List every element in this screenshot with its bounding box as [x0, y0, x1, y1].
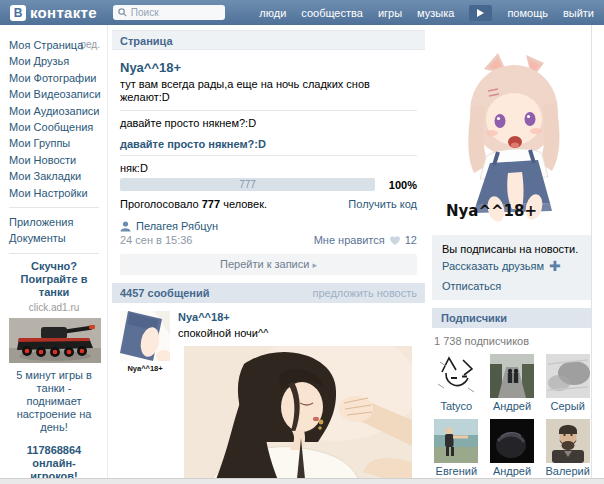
nav-help[interactable]: помощь [507, 7, 548, 19]
audio-player-button[interactable] [469, 5, 492, 21]
nav-music[interactable]: музыка [417, 7, 454, 19]
subscriber-avatar-image[interactable] [434, 419, 478, 463]
top-navigation: люди сообщества игры музыка помощь выйти [259, 5, 594, 21]
sidebar-item-settings[interactable]: Мои Настройки [9, 185, 107, 201]
subscriber-avatar-image[interactable] [546, 419, 590, 463]
post-meta-row: 24 сен в 15:36 Мне нравится 12 [120, 234, 417, 247]
play-icon [477, 9, 484, 17]
sidebar-item-groups[interactable]: Мои Группы [9, 135, 107, 151]
sidebar-item-documents[interactable]: Документы [9, 230, 107, 246]
sidebar-item-videos[interactable]: Мои Видеозаписи [9, 86, 107, 102]
sidebar-item-my-page[interactable]: ред. Моя Страница [9, 37, 107, 53]
subscriber-name[interactable]: Евгений [433, 465, 480, 477]
vk-logo-text: контакте [30, 4, 97, 21]
divider [120, 110, 417, 111]
nav-games[interactable]: игры [378, 7, 402, 19]
subscriber-avatar-image[interactable] [434, 354, 478, 398]
subscribed-text: Вы подписаны на новости. [442, 243, 582, 255]
sidebar-item-bookmarks[interactable]: Мои Закладки [9, 168, 107, 184]
person-icon [120, 221, 131, 232]
suggest-news-link[interactable]: предложить новость [312, 283, 417, 303]
goto-post-button[interactable]: Перейти к записи ▸ [120, 254, 417, 275]
poll-question: давайте просто някнем?:D [120, 138, 417, 156]
poll-voted-text: Проголосовало 777 человек. [120, 198, 267, 211]
poll-option-label: няк:D [120, 162, 417, 175]
subscriber-name[interactable]: Андрей [489, 465, 536, 477]
page-content: Nya^^18+ тут вам всегда рады,а еще на но… [112, 50, 425, 275]
vk-logo[interactable]: В контакте [10, 4, 97, 21]
post-avatar[interactable]: Nya^^18+ [120, 311, 170, 484]
page-section-header: Страница [112, 30, 425, 50]
sidebar-item-friends[interactable]: Мои Друзья [9, 53, 107, 69]
post-author-link[interactable]: Nya^^18+ [178, 311, 230, 323]
poll-voted-row: Проголосовало 777 человек. Получить код [120, 198, 417, 211]
poll-voted-count: 777 [202, 198, 220, 210]
vk-logo-icon: В [10, 5, 26, 21]
nav-logout[interactable]: выйти [563, 7, 594, 19]
right-column: Nya^^18+ Вы подписаны на новости. Расска… [432, 25, 592, 477]
subscriber-card: Валерий [544, 419, 591, 477]
svg-text:Nya^^18+: Nya^^18+ [446, 202, 537, 220]
subscribers-count: 1 738 подписчиков [434, 335, 592, 347]
community-description: тут вам всегда рады,а еще на ночь сладки… [120, 78, 417, 104]
ad-tank-image[interactable] [9, 318, 101, 363]
nav-people[interactable]: люди [259, 7, 286, 19]
bottom-scrollbar-strip[interactable] [0, 478, 604, 484]
post-attached-image[interactable] [184, 346, 412, 484]
post-text: спокойной ночи^^ [178, 327, 417, 340]
post-date: 24 сен в 15:36 [120, 234, 192, 247]
sidebar-item-apps[interactable]: Приложения [9, 214, 107, 230]
tell-friends-row: Рассказать друзьям ✚ [442, 260, 582, 272]
page-right-edge [591, 25, 592, 478]
subscription-box: Вы подписаны на новости. Рассказать друз… [432, 235, 592, 300]
sidebar-item-photos[interactable]: Мои Фотографии [9, 70, 107, 86]
search-icon [118, 8, 127, 17]
subscriber-avatar-image[interactable] [490, 354, 534, 398]
post-avatar-image [120, 311, 170, 361]
tell-friends-link[interactable]: Рассказать друзьям [442, 260, 544, 272]
search-input[interactable] [131, 7, 215, 18]
get-code-link[interactable]: Получить код [348, 198, 417, 211]
wall-post: Nya^^18+ Nya^^18+ спокойной ночи^^ [112, 303, 425, 484]
community-status: давайте просто някнем?:D [120, 117, 417, 130]
subscriber-avatar-image[interactable] [546, 354, 590, 398]
subscriber-card: Евгений [433, 419, 480, 477]
chevron-right-icon: ▸ [312, 260, 317, 270]
subscriber-avatar-image[interactable] [490, 419, 534, 463]
sidebar-item-messages[interactable]: Мои Сообщения [9, 119, 107, 135]
wall-header: 4457 сообщений предложить новость [112, 283, 425, 303]
poll-percent: 100% [381, 179, 417, 191]
ad-tanks-text[interactable]: 5 минут игры в танки - поднимает настрое… [9, 369, 99, 434]
search-box[interactable] [113, 5, 225, 20]
poll-result-bar[interactable]: 777 [120, 178, 375, 191]
post-body: Nya^^18+ спокойной ночи^^ [178, 311, 417, 484]
subscribers-header: Подписчики [432, 308, 592, 328]
subscriber-name[interactable]: Валерий [544, 465, 591, 477]
plus-icon: ✚ [549, 261, 561, 271]
top-header: В контакте люди сообщества игры музыка п… [0, 0, 604, 25]
ad-tanks-title[interactable]: Скучно? Поиграйте в танки [9, 260, 99, 299]
like-button[interactable]: Мне нравится 12 [314, 234, 417, 247]
poll-result-row: 777 100% [120, 178, 417, 191]
unsubscribe-link[interactable]: Отписаться [442, 280, 501, 292]
subscriber-name[interactable]: Серый [544, 400, 591, 412]
messages-count: 4457 сообщений [120, 283, 209, 303]
subscriber-card: Tatyco [433, 354, 480, 412]
ads-block: Скучно? Поиграйте в танки click.ad1.ru 5… [9, 260, 107, 484]
subscriber-name[interactable]: Андрей [489, 400, 536, 412]
subscriber-card: Андрей [489, 354, 536, 412]
main-column: Страница Nya^^18+ тут вам всегда рады,а … [112, 30, 425, 484]
edit-page-link[interactable]: ред. [80, 37, 100, 53]
subscriber-card: Андрей [489, 419, 536, 477]
sidebar-divider [9, 253, 99, 254]
subscribers-grid: Tatyco Андрей Серый [432, 354, 592, 477]
unsubscribe-row: Отписаться [442, 280, 582, 292]
nav-communities[interactable]: сообщества [301, 7, 363, 19]
poll-author-link[interactable]: Пелагея Рябцун [136, 220, 218, 233]
community-avatar-image[interactable]: Nya^^18+ [432, 45, 592, 223]
sidebar-item-news[interactable]: Мои Новости [9, 152, 107, 168]
sidebar-item-audios[interactable]: Мои Аудиозаписи [9, 103, 107, 119]
subscriber-name[interactable]: Tatyco [433, 400, 480, 412]
sidebar-divider [9, 207, 99, 208]
left-sidebar: ред. Моя Страница Мои Друзья Мои Фотогра… [0, 25, 108, 478]
